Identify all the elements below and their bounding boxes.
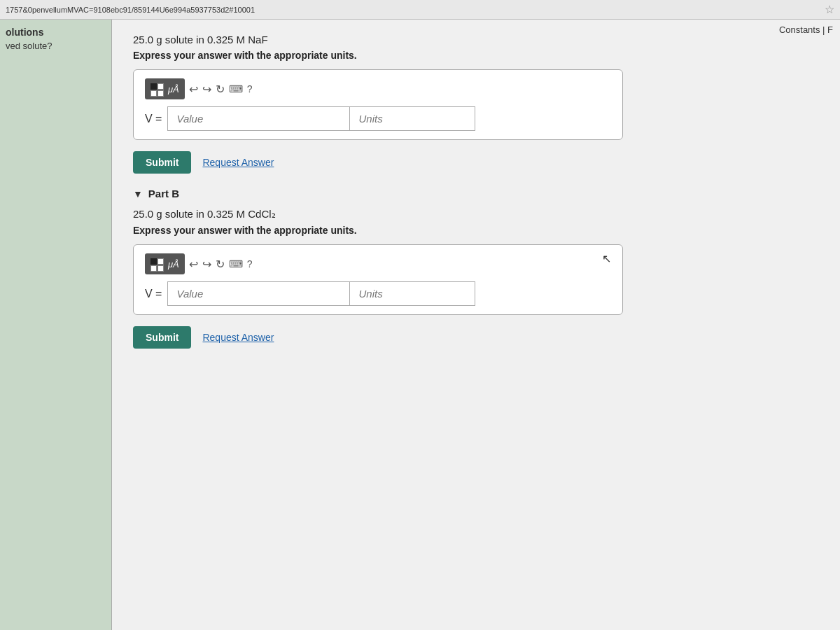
part-a-submit-button[interactable]: Submit bbox=[133, 151, 191, 174]
part-b-action-row: Submit Request Answer bbox=[133, 326, 819, 349]
part-b-instruction: Express your answer with the appropriate… bbox=[133, 225, 819, 236]
part-a-action-row: Submit Request Answer bbox=[133, 151, 819, 174]
part-b-problem: 25.0 g solute in 0.325 M CdCl₂ bbox=[133, 208, 819, 220]
part-b-submit-button[interactable]: Submit bbox=[133, 326, 191, 349]
part-a-redo-button[interactable]: ↪ bbox=[202, 83, 211, 96]
top-bar: 1757&0penvellumMVAC=9108ebc91/859144U6e9… bbox=[0, 0, 840, 20]
content-area: Constants | F 25.0 g solute in 0.325 M N… bbox=[112, 20, 840, 630]
part-a-help-button[interactable]: ? bbox=[247, 83, 253, 94]
part-b-keyboard-button[interactable]: ⌨ bbox=[229, 258, 243, 270]
part-a-value-input[interactable] bbox=[167, 106, 349, 131]
part-b-grid-icon bbox=[150, 256, 164, 272]
part-a-instruction: Express your answer with the appropriate… bbox=[133, 50, 819, 61]
part-a-refresh-button[interactable]: ↻ bbox=[216, 83, 225, 96]
sidebar-title: olutions bbox=[6, 27, 106, 38]
part-b-label: Part B bbox=[148, 188, 179, 200]
part-b-request-answer-button[interactable]: Request Answer bbox=[202, 332, 274, 343]
part-b-refresh-button[interactable]: ↻ bbox=[216, 258, 225, 271]
part-b-toolbar: μÅ ↩ ↪ ↻ ⌨ ? bbox=[145, 253, 611, 274]
part-b-redo-button[interactable]: ↪ bbox=[202, 258, 211, 271]
part-b-value-input[interactable] bbox=[167, 281, 349, 306]
part-a-request-answer-button[interactable]: Request Answer bbox=[202, 157, 274, 168]
part-b-help-button[interactable]: ? bbox=[247, 258, 253, 270]
part-b-v-equals: V = bbox=[145, 288, 162, 300]
main-container: olutions ved solute? Constants | F 25.0 … bbox=[0, 20, 840, 630]
part-a-keyboard-button[interactable]: ⌨ bbox=[229, 83, 243, 94]
part-b-mu-label: μÅ bbox=[168, 259, 179, 270]
part-b-undo-button[interactable]: ↩ bbox=[189, 258, 198, 271]
part-b-answer-box: ↖ μÅ ↩ ↪ ↻ ⌨ bbox=[133, 244, 623, 315]
part-a-input-row: V = bbox=[145, 106, 611, 131]
part-a-toolbar: μÅ ↩ ↪ ↻ ⌨ ? bbox=[145, 78, 611, 99]
part-a-answer-box: μÅ ↩ ↪ ↻ ⌨ ? V = bbox=[133, 69, 623, 140]
part-b-header: ▼ Part B bbox=[133, 188, 819, 200]
part-b-units-input[interactable] bbox=[349, 281, 475, 306]
part-b-input-row: V = bbox=[145, 281, 611, 306]
sidebar: olutions ved solute? bbox=[0, 20, 112, 630]
star-icon[interactable]: ☆ bbox=[825, 3, 834, 16]
part-a-units-input[interactable] bbox=[349, 106, 475, 131]
part-a-grid-icon bbox=[150, 81, 164, 97]
part-a-undo-button[interactable]: ↩ bbox=[189, 83, 198, 96]
part-a-v-equals: V = bbox=[145, 113, 162, 125]
part-a-grid-button[interactable]: μÅ bbox=[145, 78, 185, 99]
part-b-arrow[interactable]: ▼ bbox=[133, 188, 143, 200]
sidebar-subtitle: ved solute? bbox=[6, 41, 106, 51]
url-text: 1757&0penvellumMVAC=9108ebc91/859144U6e9… bbox=[6, 6, 255, 14]
part-b-grid-button[interactable]: μÅ bbox=[145, 253, 185, 274]
constants-button[interactable]: Constants | F bbox=[779, 24, 833, 35]
part-a-problem: 25.0 g solute in 0.325 M NaF bbox=[133, 34, 819, 46]
part-a-mu-label: μÅ bbox=[168, 84, 179, 94]
